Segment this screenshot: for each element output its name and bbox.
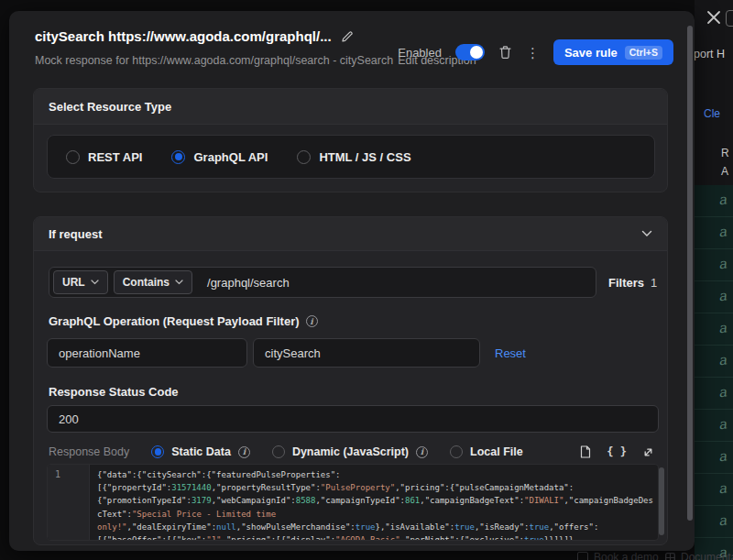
background-export-har-button: port H xyxy=(694,48,725,60)
bg-row: a xyxy=(695,313,733,346)
code-line[interactable]: [{"baseOffer":[{"key":"1","pricing":[{"d… xyxy=(97,533,649,540)
radio-icon[interactable] xyxy=(272,445,285,458)
screen: port H Cle R A aaaaaaaaaaaa Book a demo … xyxy=(0,0,733,560)
site-favicon: a xyxy=(717,511,728,529)
request-section: If request URL Contains /graphql/search … xyxy=(33,216,668,545)
bg-row: a xyxy=(695,217,733,249)
url-key-select[interactable]: URL xyxy=(53,270,108,294)
response-body-row: Response Body Static Data Dynamic (JavaS… xyxy=(49,443,545,461)
chevron-down-icon xyxy=(175,280,183,285)
site-favicon: a xyxy=(717,319,728,336)
site-favicon: a xyxy=(717,383,728,401)
edit-pencil-icon[interactable] xyxy=(341,30,354,43)
line-number: 1 xyxy=(55,469,89,479)
bg-row: a xyxy=(695,410,733,442)
site-favicon: a xyxy=(717,351,728,368)
enabled-label: Enabled xyxy=(398,46,442,60)
radio-html-js-css[interactable]: HTML / JS / CSS xyxy=(297,150,410,164)
background-table-header-2: A xyxy=(721,165,728,178)
code-line[interactable]: cText":"Special Price - Limited time xyxy=(97,508,649,521)
bg-row: a xyxy=(695,281,733,313)
radio-icon[interactable] xyxy=(450,445,463,458)
save-shortcut-badge: Ctrl+S xyxy=(625,46,662,60)
if-request-title: If request xyxy=(49,227,103,241)
operation-key-input[interactable]: operationName xyxy=(47,338,247,368)
more-options-icon[interactable]: ⋮ xyxy=(526,46,540,60)
site-favicon: a xyxy=(717,287,728,304)
info-icon[interactable] xyxy=(416,446,428,458)
window-corner-icon xyxy=(726,10,733,27)
copy-file-icon[interactable] xyxy=(580,445,591,458)
radio-icon[interactable] xyxy=(151,445,164,458)
bg-row: a xyxy=(695,442,733,474)
resource-type-options: REST API GraphQL API HTML / JS / CSS xyxy=(47,135,655,179)
site-favicon: a xyxy=(717,447,728,465)
checkbox-icon xyxy=(577,552,588,560)
info-icon[interactable] xyxy=(306,315,318,327)
bg-row: a xyxy=(695,474,733,506)
url-value-input[interactable]: /graphql/search xyxy=(207,276,290,290)
code-line[interactable]: {"promotionTypeId":3179,"webCampaignId":… xyxy=(97,494,649,507)
code-line[interactable]: only!","dealExpiryTime":null,"showPulseM… xyxy=(97,521,649,533)
bg-row: a xyxy=(695,185,733,217)
editor-gutter: 1 xyxy=(48,465,90,540)
background-clear-link: Cle xyxy=(704,107,720,120)
chevron-down-icon xyxy=(91,280,99,285)
bg-row: a xyxy=(695,506,733,538)
rule-description: Mock response for https://www.agoda.com/… xyxy=(35,54,393,67)
resource-type-title: Select Resource Type xyxy=(34,89,667,125)
response-body-editor[interactable]: 1 {"data":{"citySearch":{"featuredPulseP… xyxy=(47,464,659,541)
code-line[interactable]: [{"propertyId":31571440,"propertyResultT… xyxy=(97,481,649,494)
radio-icon[interactable] xyxy=(171,150,185,164)
enabled-toggle[interactable] xyxy=(455,44,485,60)
info-icon[interactable] xyxy=(238,446,250,458)
code-line[interactable]: {"data":{"citySearch":{"featuredPulsePro… xyxy=(97,468,649,481)
radio-graphql-api[interactable]: GraphQL API xyxy=(171,150,268,164)
bg-row: a xyxy=(695,346,733,378)
resource-type-section: Select Resource Type REST API GraphQL AP… xyxy=(33,88,668,192)
code-lines[interactable]: {"data":{"citySearch":{"featuredPulsePro… xyxy=(90,465,658,540)
site-favicon: a xyxy=(717,479,728,497)
chevron-down-icon[interactable] xyxy=(641,230,652,237)
url-condition-row: URL Contains /graphql/search xyxy=(49,267,596,298)
save-rule-button[interactable]: Save rule Ctrl+S xyxy=(553,39,673,65)
radio-icon[interactable] xyxy=(66,150,80,164)
background-book-demo: Book a demo xyxy=(577,551,659,560)
modal-scrollbar[interactable] xyxy=(687,26,693,521)
bg-row: a xyxy=(695,378,733,410)
site-favicon: a xyxy=(717,223,728,240)
trash-icon[interactable] xyxy=(498,45,512,60)
site-favicon: a xyxy=(717,191,728,208)
background-documentation: Documenta xyxy=(665,551,733,560)
rule-title: citySearch https://www.agoda.com/graphql… xyxy=(35,28,332,44)
bg-row: a xyxy=(695,249,733,281)
operation-value-input[interactable]: citySearch xyxy=(253,338,480,368)
site-favicon: a xyxy=(717,255,728,272)
filters-button[interactable]: Filters 1 xyxy=(608,267,657,298)
status-code-label: Response Status Code xyxy=(49,385,179,399)
filters-count-badge: 1 xyxy=(651,276,657,290)
bg-rows: aaaaaaaaaaaa xyxy=(695,185,733,560)
editor-scrollbar[interactable] xyxy=(659,467,664,535)
radio-local-file[interactable]: Local File xyxy=(450,445,523,458)
radio-static-data[interactable]: Static Data xyxy=(151,445,250,458)
expand-icon[interactable] xyxy=(642,446,654,458)
operator-select[interactable]: Contains xyxy=(114,270,192,294)
rule-editor-modal: citySearch https://www.agoda.com/graphql… xyxy=(9,11,695,551)
response-body-label: Response Body xyxy=(49,445,129,458)
radio-icon[interactable] xyxy=(297,150,311,164)
close-icon[interactable] xyxy=(706,9,722,26)
radio-rest-api[interactable]: REST API xyxy=(66,150,142,164)
format-code-icon[interactable]: { } xyxy=(607,445,627,458)
background-table-header-1: R xyxy=(721,147,729,159)
grid-icon xyxy=(665,553,675,560)
status-code-input[interactable]: 200 xyxy=(47,405,659,433)
site-favicon: a xyxy=(717,415,728,433)
reset-link[interactable]: Reset xyxy=(495,338,526,368)
radio-dynamic-js[interactable]: Dynamic (JavaScript) xyxy=(272,445,428,458)
graphql-operation-label: GraphQL Operation (Request Payload Filte… xyxy=(49,314,318,328)
if-request-header[interactable]: If request xyxy=(34,217,667,251)
